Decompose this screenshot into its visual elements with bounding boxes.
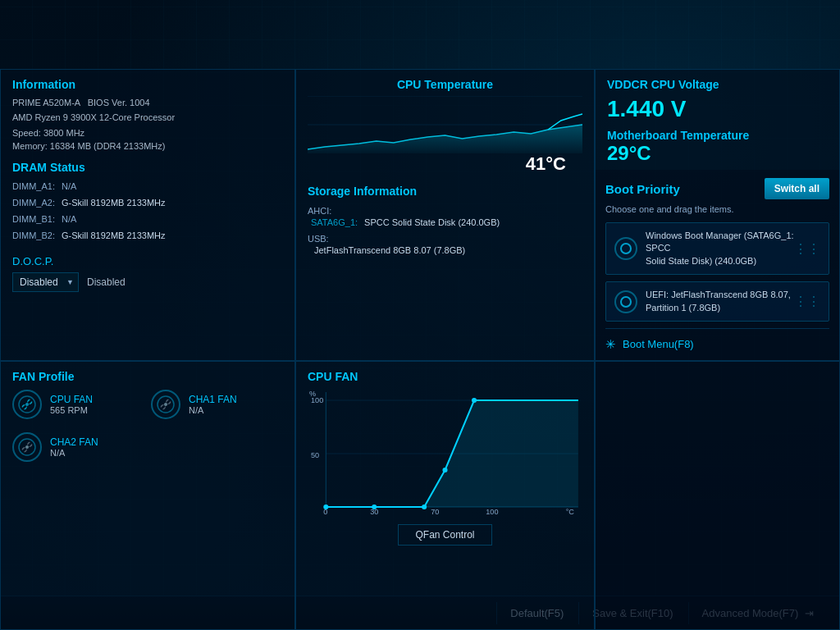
dimm-b2-label: DIMM_B2: bbox=[12, 228, 62, 244]
svg-point-21 bbox=[472, 398, 477, 403]
boot-item-1[interactable]: Windows Boot Manager (SATA6G_1: SPCCSoli… bbox=[605, 222, 829, 275]
cpu-temp-value: 41°C bbox=[308, 153, 582, 175]
dimm-b1-row: DIMM_B1: N/A bbox=[12, 212, 283, 228]
boot-item-2[interactable]: UEFI: JetFlashTranscend 8GB 8.07,Partiti… bbox=[605, 281, 829, 322]
svg-text:30: 30 bbox=[370, 508, 378, 515]
docp-title: D.O.C.P. bbox=[12, 255, 283, 267]
ahci-label: AHCI: bbox=[308, 206, 331, 216]
cpu-info: AMD Ryzen 9 3900X 12-Core Processor bbox=[12, 111, 283, 126]
docp-select[interactable]: Disabled Enabled bbox=[12, 272, 79, 292]
information-title: Information bbox=[12, 78, 283, 91]
svg-text:50: 50 bbox=[311, 451, 319, 459]
dimm-b1-value: N/A bbox=[62, 212, 76, 228]
dimm-a1-value: N/A bbox=[62, 179, 76, 195]
cha2-fan-label: CHA2 FAN bbox=[50, 436, 98, 448]
usb-label: USB: bbox=[308, 234, 329, 244]
memory-value: 16384 MB (DDR4 2133MHz) bbox=[50, 141, 166, 151]
bios-version: BIOS Ver. 1004 bbox=[88, 98, 150, 107]
board-info: PRIME A520M-A BIOS Ver. 1004 bbox=[12, 96, 283, 111]
memory-label: Memory: bbox=[12, 141, 48, 151]
boot-item-2-text: UEFI: JetFlashTranscend 8GB 8.07,Partiti… bbox=[646, 289, 791, 314]
boot-item-2-dots: ⋮⋮ bbox=[794, 294, 820, 309]
dimm-b2-value: G-Skill 8192MB 2133MHz bbox=[62, 228, 166, 244]
cha2-fan-item: CHA2 FAN N/A bbox=[12, 432, 144, 462]
vddcr-panel: VDDCR CPU Voltage 1.440 V Motherboard Te… bbox=[595, 69, 840, 170]
dimm-a1-label: DIMM_A1: bbox=[12, 179, 62, 195]
cpu-fan-label: CPU FAN bbox=[50, 394, 93, 405]
information-panel: Information PRIME A520M-A BIOS Ver. 1004… bbox=[0, 69, 295, 361]
boot-menu-button[interactable]: Boot Menu(F8) bbox=[605, 337, 694, 352]
fan-title: FAN Profile bbox=[12, 370, 283, 383]
svg-point-4 bbox=[25, 403, 29, 406]
mb-temp-title: Motherboard Temperature bbox=[607, 129, 828, 142]
cpu-temp-panel: CPU Temperature bbox=[295, 69, 595, 361]
cha1-fan-value: N/A bbox=[189, 405, 237, 415]
docp-status: Disabled bbox=[87, 276, 126, 288]
cpu-fan-item: CPU FAN 565 RPM bbox=[12, 390, 144, 419]
ahci-device: SPCC Solid State Disk (240.0GB) bbox=[361, 217, 500, 227]
boot-item-1-dots: ⋮⋮ bbox=[794, 241, 820, 257]
cha1-fan-item: CHA1 FAN N/A bbox=[151, 390, 283, 419]
dimm-a2-row: DIMM_A2: G-Skill 8192MB 2133MHz bbox=[12, 195, 283, 212]
cpu-fan-chart-title: CPU FAN bbox=[308, 370, 582, 383]
dimm-a1-row: DIMM_A1: N/A bbox=[12, 179, 283, 195]
memory-info: Memory: 16384 MB (DDR4 2133MHz) bbox=[12, 141, 283, 151]
right-bottom-spacer bbox=[595, 361, 840, 630]
cha2-fan-value: N/A bbox=[50, 448, 98, 458]
mb-temp-value: 29°C bbox=[607, 142, 828, 165]
speed-label: Speed: bbox=[12, 128, 41, 138]
voltage-value: 1.440 V bbox=[607, 96, 828, 122]
cha2-fan-icon bbox=[12, 432, 42, 462]
cha1-fan-icon bbox=[151, 390, 180, 419]
svg-point-8 bbox=[25, 445, 29, 449]
cpu-temp-title: CPU Temperature bbox=[397, 78, 493, 91]
vddcr-title: VDDCR CPU Voltage bbox=[607, 78, 828, 91]
usb-device: JetFlashTranscend 8GB 8.07 (7.8GB) bbox=[311, 245, 582, 255]
svg-marker-2 bbox=[308, 125, 582, 153]
dimm-a2-label: DIMM_A2: bbox=[12, 195, 62, 212]
boot-priority-title: Boot Priority bbox=[605, 182, 680, 196]
dimm-a2-value: G-Skill 8192MB 2133MHz bbox=[62, 195, 166, 212]
speed-value: 3800 MHz bbox=[43, 128, 84, 138]
svg-text:°C: °C bbox=[566, 508, 575, 515]
qfan-button[interactable]: QFan Control bbox=[398, 524, 491, 546]
cha1-fan-label: CHA1 FAN bbox=[189, 394, 237, 405]
svg-text:100: 100 bbox=[311, 396, 323, 404]
cpu-fan-rpm: 565 RPM bbox=[50, 405, 93, 415]
boot-subtitle: Choose one and drag the items. bbox=[605, 204, 829, 214]
ahci-port: SATA6G_1: bbox=[311, 217, 358, 227]
svg-point-19 bbox=[422, 504, 427, 509]
svg-text:100: 100 bbox=[486, 508, 498, 515]
svg-text:70: 70 bbox=[431, 508, 439, 515]
boot-priority-panel: Boot Priority Switch all Choose one and … bbox=[595, 170, 840, 361]
fan-chart-svg: % 100 50 bbox=[308, 388, 582, 515]
boot-disk-icon-2 bbox=[614, 290, 637, 313]
cpu-fan-icon bbox=[12, 390, 42, 419]
speed-info: Speed: 3800 MHz bbox=[12, 128, 283, 138]
dram-title: DRAM Status bbox=[12, 161, 283, 174]
board-name: PRIME A520M-A bbox=[12, 98, 80, 107]
cpu-fan-chart-panel: CPU FAN % 100 50 bbox=[295, 361, 595, 630]
fan-panel: FAN Profile bbox=[0, 361, 295, 630]
switch-all-button[interactable]: Switch all bbox=[765, 178, 829, 199]
svg-point-20 bbox=[442, 468, 447, 472]
boot-item-1-text: Windows Boot Manager (SATA6G_1: SPCCSoli… bbox=[646, 230, 794, 267]
svg-point-6 bbox=[164, 403, 167, 406]
cpu-temp-chart bbox=[308, 96, 582, 153]
boot-disk-icon-1 bbox=[614, 237, 637, 260]
fan-chart-container: % 100 50 bbox=[308, 388, 582, 519]
storage-title: Storage Information bbox=[308, 185, 582, 198]
dimm-b1-label: DIMM_B1: bbox=[12, 212, 62, 228]
boot-menu-section: Boot Menu(F8) bbox=[605, 328, 829, 352]
svg-text:0: 0 bbox=[323, 508, 327, 515]
dimm-b2-row: DIMM_B2: G-Skill 8192MB 2133MHz bbox=[12, 228, 283, 244]
